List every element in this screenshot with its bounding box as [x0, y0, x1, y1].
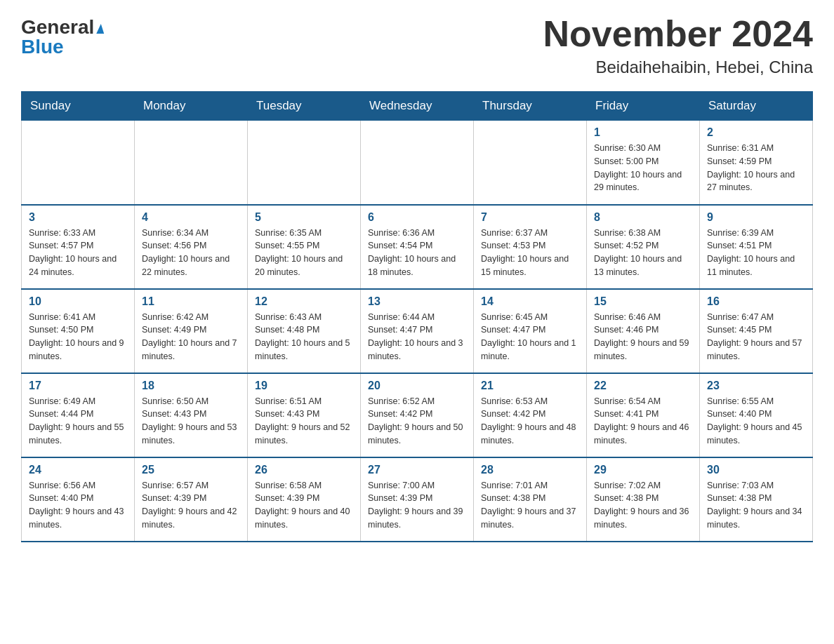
weekday-header-tuesday: Tuesday — [248, 92, 361, 121]
calendar-cell: 19Sunrise: 6:51 AM Sunset: 4:43 PM Dayli… — [248, 373, 361, 457]
day-number: 23 — [707, 380, 805, 392]
calendar-week-4: 17Sunrise: 6:49 AM Sunset: 4:44 PM Dayli… — [22, 373, 813, 457]
day-info: Sunrise: 6:57 AM Sunset: 4:39 PM Dayligh… — [142, 479, 240, 532]
day-info: Sunrise: 7:01 AM Sunset: 4:38 PM Dayligh… — [481, 479, 579, 532]
day-info: Sunrise: 6:43 AM Sunset: 4:48 PM Dayligh… — [255, 311, 353, 363]
calendar-cell — [361, 121, 474, 205]
calendar-cell — [474, 121, 587, 205]
day-info: Sunrise: 6:41 AM Sunset: 4:50 PM Dayligh… — [29, 311, 127, 363]
calendar-cell: 6Sunrise: 6:36 AM Sunset: 4:54 PM Daylig… — [361, 205, 474, 289]
weekday-header-wednesday: Wednesday — [361, 92, 474, 121]
day-info: Sunrise: 6:45 AM Sunset: 4:47 PM Dayligh… — [481, 311, 579, 363]
weekday-header-saturday: Saturday — [700, 92, 813, 121]
weekday-header-monday: Monday — [135, 92, 248, 121]
calendar-cell: 7Sunrise: 6:37 AM Sunset: 4:53 PM Daylig… — [474, 205, 587, 289]
day-number: 7 — [481, 211, 579, 224]
day-info: Sunrise: 6:35 AM Sunset: 4:55 PM Dayligh… — [255, 227, 353, 279]
calendar-cell: 15Sunrise: 6:46 AM Sunset: 4:46 PM Dayli… — [587, 289, 700, 373]
day-info: Sunrise: 6:42 AM Sunset: 4:49 PM Dayligh… — [142, 311, 240, 363]
calendar-cell: 10Sunrise: 6:41 AM Sunset: 4:50 PM Dayli… — [22, 289, 135, 373]
day-number: 3 — [29, 211, 127, 224]
day-info: Sunrise: 6:47 AM Sunset: 4:45 PM Dayligh… — [707, 311, 805, 363]
calendar-week-1: 1Sunrise: 6:30 AM Sunset: 5:00 PM Daylig… — [22, 121, 813, 205]
calendar-cell: 21Sunrise: 6:53 AM Sunset: 4:42 PM Dayli… — [474, 373, 587, 457]
day-number: 26 — [255, 464, 353, 476]
calendar-cell: 2Sunrise: 6:31 AM Sunset: 4:59 PM Daylig… — [700, 121, 813, 205]
calendar-cell: 1Sunrise: 6:30 AM Sunset: 5:00 PM Daylig… — [587, 121, 700, 205]
day-info: Sunrise: 6:30 AM Sunset: 5:00 PM Dayligh… — [594, 142, 692, 194]
calendar-cell: 17Sunrise: 6:49 AM Sunset: 4:44 PM Dayli… — [22, 373, 135, 457]
day-info: Sunrise: 6:49 AM Sunset: 4:44 PM Dayligh… — [29, 395, 127, 448]
day-number: 29 — [594, 464, 692, 476]
calendar-cell — [22, 121, 135, 205]
day-number: 19 — [255, 380, 353, 392]
day-number: 2 — [707, 126, 805, 139]
day-info: Sunrise: 6:54 AM Sunset: 4:41 PM Dayligh… — [594, 395, 692, 448]
day-info: Sunrise: 7:00 AM Sunset: 4:39 PM Dayligh… — [368, 479, 466, 532]
calendar-week-5: 24Sunrise: 6:56 AM Sunset: 4:40 PM Dayli… — [22, 457, 813, 542]
calendar-cell: 16Sunrise: 6:47 AM Sunset: 4:45 PM Dayli… — [700, 289, 813, 373]
day-info: Sunrise: 6:31 AM Sunset: 4:59 PM Dayligh… — [707, 142, 805, 194]
day-info: Sunrise: 6:36 AM Sunset: 4:54 PM Dayligh… — [368, 227, 466, 279]
calendar-week-3: 10Sunrise: 6:41 AM Sunset: 4:50 PM Dayli… — [22, 289, 813, 373]
calendar-cell: 14Sunrise: 6:45 AM Sunset: 4:47 PM Dayli… — [474, 289, 587, 373]
calendar-cell: 26Sunrise: 6:58 AM Sunset: 4:39 PM Dayli… — [248, 457, 361, 542]
weekday-header-thursday: Thursday — [474, 92, 587, 121]
calendar-cell: 3Sunrise: 6:33 AM Sunset: 4:57 PM Daylig… — [22, 205, 135, 289]
calendar-week-2: 3Sunrise: 6:33 AM Sunset: 4:57 PM Daylig… — [22, 205, 813, 289]
day-info: Sunrise: 6:50 AM Sunset: 4:43 PM Dayligh… — [142, 395, 240, 448]
calendar-cell: 24Sunrise: 6:56 AM Sunset: 4:40 PM Dayli… — [22, 457, 135, 542]
day-number: 11 — [142, 295, 240, 308]
calendar-cell: 5Sunrise: 6:35 AM Sunset: 4:55 PM Daylig… — [248, 205, 361, 289]
day-info: Sunrise: 6:33 AM Sunset: 4:57 PM Dayligh… — [29, 227, 127, 279]
day-number: 24 — [29, 464, 127, 476]
day-number: 22 — [594, 380, 692, 392]
page-header: General Blue November 2024 Beidaihehaibi… — [21, 14, 813, 77]
day-number: 6 — [368, 211, 466, 224]
title-section: November 2024 Beidaihehaibin, Hebei, Chi… — [543, 14, 813, 77]
calendar-cell: 8Sunrise: 6:38 AM Sunset: 4:52 PM Daylig… — [587, 205, 700, 289]
calendar-cell — [248, 121, 361, 205]
day-number: 5 — [255, 211, 353, 224]
day-number: 14 — [481, 295, 579, 308]
day-number: 16 — [707, 295, 805, 308]
day-number: 21 — [481, 380, 579, 392]
logo-blue-text: Blue — [21, 37, 64, 57]
day-number: 20 — [368, 380, 466, 392]
day-info: Sunrise: 6:44 AM Sunset: 4:47 PM Dayligh… — [368, 311, 466, 363]
day-number: 18 — [142, 380, 240, 392]
calendar-cell: 23Sunrise: 6:55 AM Sunset: 4:40 PM Dayli… — [700, 373, 813, 457]
calendar-cell: 9Sunrise: 6:39 AM Sunset: 4:51 PM Daylig… — [700, 205, 813, 289]
calendar-cell: 27Sunrise: 7:00 AM Sunset: 4:39 PM Dayli… — [361, 457, 474, 542]
day-number: 9 — [707, 211, 805, 224]
day-number: 1 — [594, 126, 692, 139]
day-info: Sunrise: 6:56 AM Sunset: 4:40 PM Dayligh… — [29, 479, 127, 532]
month-title: November 2024 — [543, 14, 813, 54]
calendar-header: SundayMondayTuesdayWednesdayThursdayFrid… — [22, 92, 813, 121]
day-number: 8 — [594, 211, 692, 224]
day-number: 28 — [481, 464, 579, 476]
calendar-cell: 18Sunrise: 6:50 AM Sunset: 4:43 PM Dayli… — [135, 373, 248, 457]
day-info: Sunrise: 6:37 AM Sunset: 4:53 PM Dayligh… — [481, 227, 579, 279]
calendar-cell: 11Sunrise: 6:42 AM Sunset: 4:49 PM Dayli… — [135, 289, 248, 373]
day-number: 25 — [142, 464, 240, 476]
day-number: 10 — [29, 295, 127, 308]
day-number: 30 — [707, 464, 805, 476]
weekday-header-row: SundayMondayTuesdayWednesdayThursdayFrid… — [22, 92, 813, 121]
calendar-cell — [135, 121, 248, 205]
weekday-header-sunday: Sunday — [22, 92, 135, 121]
calendar-body: 1Sunrise: 6:30 AM Sunset: 5:00 PM Daylig… — [22, 121, 813, 542]
day-number: 17 — [29, 380, 127, 392]
day-info: Sunrise: 7:03 AM Sunset: 4:38 PM Dayligh… — [707, 479, 805, 532]
day-number: 15 — [594, 295, 692, 308]
day-info: Sunrise: 6:46 AM Sunset: 4:46 PM Dayligh… — [594, 311, 692, 363]
day-number: 12 — [255, 295, 353, 308]
location-title: Beidaihehaibin, Hebei, China — [543, 58, 813, 77]
day-info: Sunrise: 6:34 AM Sunset: 4:56 PM Dayligh… — [142, 227, 240, 279]
calendar-cell: 13Sunrise: 6:44 AM Sunset: 4:47 PM Dayli… — [361, 289, 474, 373]
calendar-cell: 12Sunrise: 6:43 AM Sunset: 4:48 PM Dayli… — [248, 289, 361, 373]
day-number: 4 — [142, 211, 240, 224]
day-info: Sunrise: 6:38 AM Sunset: 4:52 PM Dayligh… — [594, 227, 692, 279]
calendar-cell: 25Sunrise: 6:57 AM Sunset: 4:39 PM Dayli… — [135, 457, 248, 542]
weekday-header-friday: Friday — [587, 92, 700, 121]
